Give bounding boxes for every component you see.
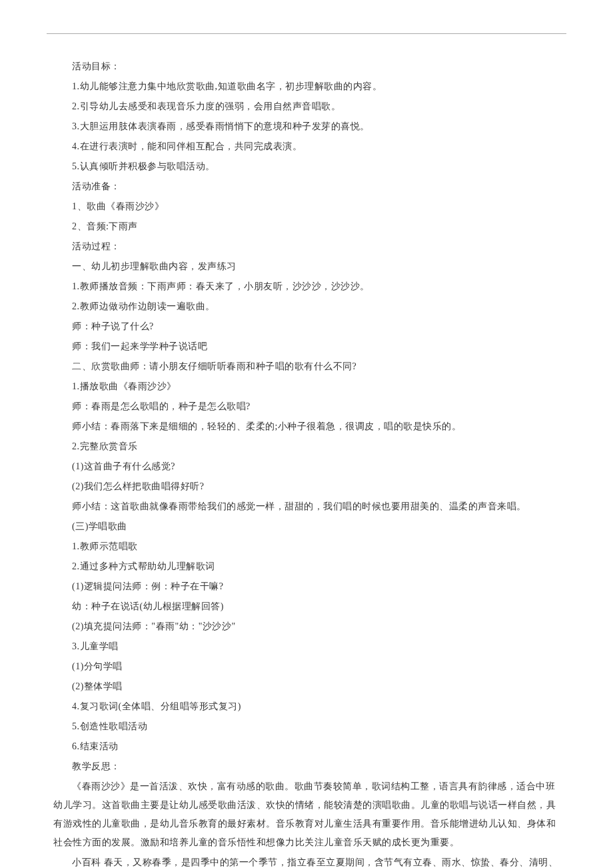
text-line: 1.幼儿能够注意力集中地欣赏歌曲,知道歌曲名字，初步理解歌曲的内容。 — [53, 77, 560, 96]
text-line: (三)学唱歌曲 — [53, 517, 560, 536]
text-line: (2)填充提问法师："春雨"幼："沙沙沙" — [53, 617, 560, 636]
text-line: 1.播放歌曲《春雨沙沙》 — [53, 377, 560, 396]
horizontal-divider — [47, 33, 566, 34]
text-line: 1、歌曲《春雨沙沙》 — [53, 197, 560, 216]
text-line: 幼：种子在说话(幼儿根据理解回答) — [53, 597, 560, 616]
text-line: 一、幼儿初步理解歌曲内容，发声练习 — [53, 257, 560, 276]
text-line: 2.完整欣赏音乐 — [53, 437, 560, 456]
text-line: 4.复习歌词(全体唱、分组唱等形式复习) — [53, 697, 560, 716]
text-line: 2.引导幼儿去感受和表现音乐力度的强弱，会用自然声音唱歌。 — [53, 97, 560, 116]
text-line: 5.创造性歌唱活动 — [53, 717, 560, 736]
text-line: (2)我们怎么样把歌曲唱得好听? — [53, 477, 560, 496]
text-line: 二、欣赏歌曲师：请小朋友仔细听听春雨和种子唱的歌有什么不同? — [53, 357, 560, 376]
text-line: 3.儿童学唱 — [53, 637, 560, 656]
text-line: 师：我们一起来学学种子说话吧 — [53, 337, 560, 356]
text-line: 活动过程： — [53, 237, 560, 256]
document-content: 活动目标：1.幼儿能够注意力集中地欣赏歌曲,知道歌曲名字，初步理解歌曲的内容。2… — [47, 57, 566, 868]
text-lines-container: 活动目标：1.幼儿能够注意力集中地欣赏歌曲,知道歌曲名字，初步理解歌曲的内容。2… — [53, 57, 560, 868]
text-line: 2、音频:下雨声 — [53, 217, 560, 236]
text-line: 教学反思： — [53, 757, 560, 776]
text-line: 3.大胆运用肢体表演春雨，感受春雨悄悄下的意境和种子发芽的喜悦。 — [53, 117, 560, 136]
text-line: 2.教师边做动作边朗读一遍歌曲。 — [53, 297, 560, 316]
text-line: (1)这首曲子有什么感觉? — [53, 457, 560, 476]
text-line: 6.结束活动 — [53, 737, 560, 756]
text-line: (2)整体学唱 — [53, 677, 560, 696]
text-line: 活动目标： — [53, 57, 560, 76]
text-line: 师小结：春雨落下来是细细的，轻轻的、柔柔的;小种子很着急，很调皮，唱的歌是快乐的… — [53, 417, 560, 436]
text-line: 活动准备： — [53, 177, 560, 196]
text-line: 1.教师示范唱歌 — [53, 537, 560, 556]
text-line: 1.教师播放音频：下雨声师：春天来了，小朋友听，沙沙沙，沙沙沙。 — [53, 277, 560, 296]
text-line: (1)逻辑提问法师：例：种子在干嘛? — [53, 577, 560, 596]
text-line: 4.在进行表演时，能和同伴相互配合，共同完成表演。 — [53, 137, 560, 156]
text-line: 《春雨沙沙》是一首活泼、欢快，富有动感的歌曲。歌曲节奏较简单，歌词结构工整，语言… — [53, 777, 560, 852]
text-line: 5.认真倾听并积极参与歌唱活动。 — [53, 157, 560, 176]
text-line: 2.通过多种方式帮助幼儿理解歌词 — [53, 557, 560, 576]
text-line: 师小结：这首歌曲就像春雨带给我们的感觉一样，甜甜的，我们唱的时候也要用甜美的、温… — [53, 497, 560, 516]
text-line: 师：春雨是怎么歌唱的，种子是怎么歌唱? — [53, 397, 560, 416]
text-line: 师：种子说了什么? — [53, 317, 560, 336]
text-line: (1)分句学唱 — [53, 657, 560, 676]
text-line: 小百科 春天，又称春季，是四季中的第一个季节，指立春至立夏期间，含节气有立春、雨… — [53, 853, 560, 868]
